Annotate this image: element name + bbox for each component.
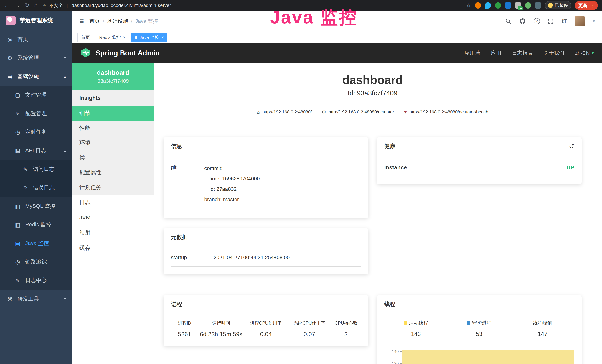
sidebar-item-file-management[interactable]: ▢ 文件管理 [0,86,72,104]
extension-icon-4[interactable] [505,2,511,9]
close-icon[interactable]: × [123,35,126,40]
legend-daemon-threads: 守护进程 53 [448,320,511,337]
sba-item-caches[interactable]: 缓存 [72,240,154,256]
sba-item-metrics[interactable]: 性能 [72,120,154,135]
sba-nav-journal[interactable]: 日志报表 [512,50,533,57]
sba-item-mappings[interactable]: 映射 [72,225,154,240]
address-bar[interactable]: ⚠ 不安全 | dashboard.yudao.iocoder.cn/infra… [43,2,171,9]
language-select[interactable]: zh-CN ▾ [575,50,594,56]
tab-home[interactable]: 首页 [77,33,93,42]
brand-logo [6,16,16,25]
live-threads-area [402,350,574,364]
github-icon[interactable] [519,18,526,24]
info-value: commit: time: 1596289704000 id: 27aa832 … [204,163,361,205]
forward-icon[interactable]: → [14,3,20,8]
card-title: 元数据 [171,234,188,241]
translate-extension-icon[interactable]: on [515,2,521,9]
chevron-down-icon: ▾ [64,297,66,301]
sidebar-item-error-logs[interactable]: ✎ 错误日志 [0,178,72,197]
clock-icon: ◷ [14,129,21,135]
sidebar-item-access-logs[interactable]: ✎ 访问日志 [0,160,72,178]
breadcrumb-item[interactable]: 基础设施 [107,18,128,25]
security-warning-icon: ⚠ [43,3,46,8]
help-icon[interactable]: ? [534,18,540,24]
sba-item-jvm[interactable]: JVM [72,210,154,225]
search-icon[interactable] [505,18,511,24]
collapse-sidebar-icon[interactable]: ≡ [79,17,84,26]
sba-item-details[interactable]: 细节 [72,106,154,120]
monitor-icon: ▣ [14,240,21,247]
update-button[interactable]: 更新 ⋮ [575,1,598,10]
health-url: http://192.168.0.2:48080/actuator/health [409,109,488,115]
sba-nav-wallboard[interactable]: 应用墙 [465,50,480,57]
reload-icon[interactable]: ↻ [25,3,30,8]
extension-icon-3[interactable] [495,2,501,9]
close-icon[interactable]: × [161,35,164,40]
tab-redis-monitor[interactable]: Redis 监控 × [96,33,129,42]
file-icon: ▢ [14,92,21,98]
actuator-url-button[interactable]: ⚙ http://192.168.0.2:48080/actuator [317,107,399,117]
bookmark-star-icon[interactable]: ☆ [466,3,471,8]
sidebar-item-scheduled-jobs[interactable]: ◷ 定时任务 [0,123,72,141]
sidebar-item-home[interactable]: ◉ 首页 [0,30,72,49]
history-icon[interactable]: ↺ [569,143,574,150]
sba-item-config-props[interactable]: 配置属性 [72,165,154,180]
sidebar-item-log-center[interactable]: ✎ 日志中心 [0,271,72,290]
metadata-card: 元数据 startup 2021-04-27T00:44:31.254+08:0… [163,228,368,274]
sba-item-classes[interactable]: 类 [72,150,154,165]
sidebar-item-api-logs[interactable]: ▦ API 日志 ▴ [0,141,72,160]
info-line: commit: [204,163,361,173]
legend-peak-threads: 线程峰值 147 [511,320,574,337]
sidebar-item-tracing[interactable]: ◎ 链路追踪 [0,253,72,271]
back-icon[interactable]: ← [4,3,10,8]
sba-nav-applications[interactable]: 应用 [491,50,501,57]
sidebar-item-redis-monitor[interactable]: ▥ Redis 监控 [0,215,72,234]
info-line: branch: master [204,194,361,205]
tab-label: Redis 监控 [99,34,121,40]
sidebar-item-infrastructure[interactable]: ▤ 基础设施 ▴ [0,67,72,86]
process-card: 进程 进程ID 5261 [163,295,368,346]
tab-java-monitor[interactable]: Java 监控 × [131,33,167,42]
chevron-down-icon[interactable]: ▾ [593,19,595,23]
extension-icon-2[interactable] [485,2,491,9]
browser-home-icon[interactable]: ⌂ [34,3,38,8]
browser-menu-icon[interactable]: ⋮ [590,3,595,8]
sidebar-item-config-management[interactable]: ✎ 配置管理 [0,104,72,123]
extension-icon-6[interactable] [525,2,531,9]
breadcrumb-separator: / [103,18,104,24]
sba-item-scheduled-tasks[interactable]: 计划任务 [72,180,154,195]
chevron-down-icon: ▾ [64,55,66,60]
extension-icon-1[interactable] [475,2,481,9]
font-size-icon[interactable]: tT [562,18,567,24]
fullscreen-icon[interactable] [548,18,554,24]
sba-item-environment[interactable]: 环境 [72,135,154,150]
sidebar-item-java-monitor[interactable]: ▣ Java 监控 [0,234,72,253]
tools-icon: ⚒ [6,296,13,302]
sidebar-item-mysql-monitor[interactable]: ▥ MySQL 监控 [0,197,72,215]
app-shell: 芋道管理系统 ◉ 首页 ⚙ 系统管理 ▾ ▤ 基础设施 ▴ ▢ 文件管理 ✎ [0,11,602,364]
avatar[interactable] [575,16,585,26]
health-url-button[interactable]: ♥ http://192.168.0.2:48080/actuator/heal… [399,107,493,117]
sba-logo-icon[interactable] [80,47,91,59]
sba-item-logs[interactable]: 日志 [72,195,154,210]
extension-icon-7[interactable] [535,2,541,9]
service-url-button[interactable]: ⌂ http://192.168.0.2:48080/ [252,107,317,117]
sidebar-item-label: 定时任务 [25,128,47,136]
instance-id-line: Id: 93a3fc7f7409 [163,89,582,97]
health-row-instance: Instance UP [384,160,574,177]
sba-brand[interactable]: Spring Boot Admin [96,49,160,57]
paused-badge[interactable]: 已暂停 [545,1,571,10]
instance-id: 93a3fc7f7409 [97,78,129,84]
process-col-cpu-cores: CPU核心数 2 [331,320,361,338]
info-line: time: 1596289704000 [204,173,361,184]
status-badge: UP [566,164,574,171]
sidebar-item-system-management[interactable]: ⚙ 系统管理 ▾ [0,49,72,67]
instance-header[interactable]: dashboard 93a3fc7f7409 [72,63,154,90]
edit-icon: ✎ [22,184,29,191]
breadcrumb-item[interactable]: 首页 [90,18,100,25]
sba-nav-about[interactable]: 关于我们 [544,50,564,57]
info-card: 信息 git commit: time: 1596289704000 id: 2 [163,137,368,218]
sidebar-item-dev-tools[interactable]: ⚒ 研发工具 ▾ [0,290,72,308]
legend-live-threads: 活动线程 143 [384,320,448,337]
threads-legend: 活动线程 143 守护进程 [384,318,574,337]
